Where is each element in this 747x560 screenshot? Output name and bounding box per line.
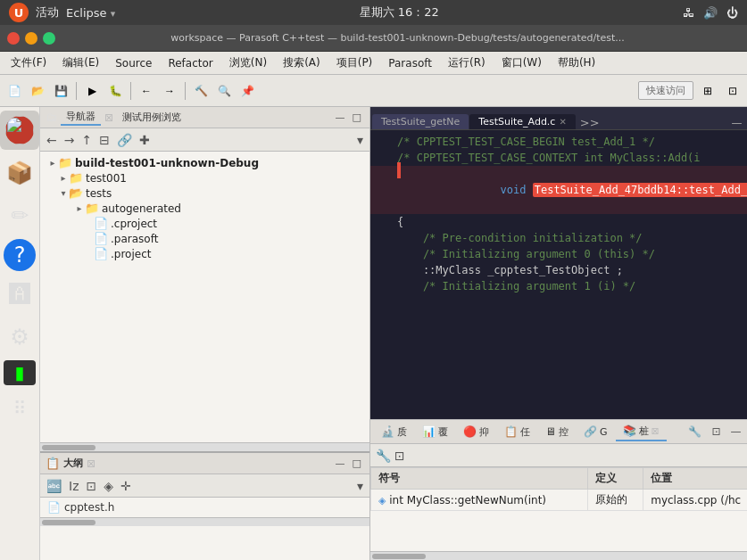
sidebar-files-icon[interactable]: 📦	[0, 153, 39, 193]
toolbar-open[interactable]: 📂	[27, 80, 48, 102]
stub-close-icon[interactable]: ⊠	[652, 425, 660, 437]
outline-sort-btn[interactable]: 🔤	[44, 478, 64, 494]
window-controls[interactable]	[7, 32, 55, 45]
toggle-autogenerated[interactable]: ▸	[74, 203, 85, 213]
toolbar-new[interactable]: 📄	[4, 80, 25, 102]
outline-alpha-btn[interactable]: Ⅰz	[66, 478, 81, 494]
close-button[interactable]	[7, 32, 20, 45]
activities-button[interactable]: 活动	[36, 4, 59, 21]
toolbar-debug[interactable]: 🐛	[104, 80, 126, 102]
sidebar-settings-icon[interactable]: ⚙️	[0, 317, 39, 357]
toolbar-search[interactable]: 🔍	[213, 80, 235, 102]
maximize-button[interactable]	[43, 32, 55, 45]
more-tabs-btn[interactable]: >>	[577, 116, 603, 129]
menu-search[interactable]: 搜索(A)	[276, 54, 328, 72]
outline-maximize-btn[interactable]: □	[350, 457, 364, 469]
menu-window[interactable]: 窗口(W)	[494, 54, 549, 72]
editor-area: TestSuite_getNe TestSuite_Add.c ✕ >> — □	[370, 107, 747, 419]
nav-scrollbar-h[interactable]	[40, 442, 369, 451]
outline-hide-btn[interactable]: ⊡	[83, 478, 99, 494]
code-editor[interactable]: /* CPPTEST_TEST_CASE_BEGIN test_Add_1 */…	[370, 130, 747, 419]
tab-g[interactable]: 🔗 G	[577, 424, 615, 440]
sidebar-amazon-icon[interactable]: 🅰	[0, 275, 39, 314]
bottom-minimize-btn[interactable]: —	[726, 425, 744, 438]
table-scroll-thumb[interactable]	[372, 554, 426, 559]
tab-close-add[interactable]: ✕	[559, 117, 566, 127]
stub-toolbar-btn2[interactable]: ⊡	[394, 449, 405, 463]
new-btn[interactable]: ✚	[137, 132, 153, 148]
toolbar-forward[interactable]: →	[159, 80, 180, 102]
sidebar-help-icon[interactable]: ?	[4, 239, 36, 271]
col-definition: 定义	[587, 468, 643, 490]
toggle-build[interactable]: ▸	[47, 158, 58, 168]
toolbar-save[interactable]: 💾	[50, 80, 71, 102]
tree-label-autogenerated: autogenerated	[102, 202, 181, 215]
nav-scroll-thumb[interactable]	[42, 445, 95, 450]
outline-file-item[interactable]: 📄 cpptest.h	[40, 498, 369, 517]
maximize-panel-btn[interactable]: □	[350, 111, 364, 123]
collapse-btn[interactable]: ⊟	[96, 132, 112, 148]
code-line-1: /* CPPTEST_TEST_CASE_BEGIN test_Add_1 */	[370, 134, 747, 150]
tree-item-parasoft[interactable]: 📄 .parasoft	[40, 231, 369, 246]
menu-project[interactable]: 项目(P)	[329, 54, 380, 72]
tree-item-autogenerated[interactable]: ▸ 📁 autogenerated	[40, 201, 369, 216]
toolbar-perspective[interactable]: ⊞	[697, 80, 718, 102]
sidebar-grid-icon[interactable]: ⠿	[0, 389, 39, 428]
sidebar-edit-icon[interactable]: ✏️	[0, 196, 39, 235]
menu-run[interactable]: 运行(R)	[441, 54, 493, 72]
toolbar-build[interactable]: 🔨	[190, 80, 212, 102]
menu-navigate[interactable]: 浏览(N)	[222, 54, 274, 72]
tab-suppress[interactable]: 🔴 抑	[456, 424, 496, 441]
editor-tab-getnewnum[interactable]: TestSuite_getNe	[372, 114, 469, 129]
menu-help[interactable]: 帮助(H)	[551, 54, 602, 72]
bottom-toolbar-btn[interactable]: 🔧	[685, 425, 705, 438]
outline-scroll-thumb[interactable]	[42, 520, 95, 525]
toolbar-view[interactable]: ⊡	[722, 80, 743, 102]
bottom-view-btn[interactable]: ⊡	[708, 425, 724, 438]
outline-link-btn[interactable]: ✛	[118, 478, 134, 494]
line-content-2: /* CPPTEST_TEST_CASE_CONTEXT int MyClass…	[397, 150, 701, 166]
toolbar-back[interactable]: ←	[136, 80, 157, 102]
editor-tab-add[interactable]: TestSuite_Add.c ✕	[469, 114, 575, 129]
outline-close-icon[interactable]: ⊠	[87, 457, 95, 470]
tab-console[interactable]: 🖥 控	[538, 424, 576, 441]
tab-coverage[interactable]: 📊 覆	[415, 424, 455, 441]
link-btn[interactable]: 🔗	[114, 132, 135, 148]
toggle-tests[interactable]: ▾	[58, 188, 69, 198]
tab-task[interactable]: 📋 任	[497, 424, 537, 441]
toolbar-pin[interactable]: 📌	[237, 80, 258, 102]
up-btn[interactable]: ↑	[79, 132, 95, 148]
minimize-button[interactable]	[25, 32, 37, 45]
tab-stub[interactable]: 📚 桩 ⊠	[616, 423, 667, 441]
tree-item-build[interactable]: ▸ 📁 build-test001-unknown-Debug	[40, 155, 369, 170]
editor-minimize-btn[interactable]: —	[727, 117, 745, 129]
tree-item-cproject[interactable]: 📄 .cproject	[40, 216, 369, 231]
sidebar-home-icon[interactable]	[0, 111, 39, 150]
toggle-test001[interactable]: ▸	[58, 173, 69, 183]
tab-quality[interactable]: 🔬 质	[374, 424, 414, 441]
menu-refactor[interactable]: Refactor	[161, 55, 220, 71]
table-scrollbar-h[interactable]	[370, 551, 747, 560]
outline-scrollbar[interactable]	[40, 517, 369, 526]
forward-btn[interactable]: →	[62, 132, 78, 148]
toolbar-run[interactable]: ▶	[81, 80, 103, 102]
menu-source[interactable]: Source	[108, 55, 159, 71]
menu-parasoft[interactable]: Parasoft	[381, 55, 439, 71]
view-menu-btn[interactable]: ▾	[354, 132, 366, 148]
outline-fields-btn[interactable]: ◈	[101, 478, 116, 494]
tree-item-tests[interactable]: ▾ 📂 tests	[40, 185, 369, 201]
navigator-tab[interactable]: 导航器	[61, 109, 101, 126]
tree-item-project[interactable]: 📄 .project	[40, 246, 369, 261]
outline-minimize-btn[interactable]: —	[333, 457, 348, 469]
table-row[interactable]: ◈ int MyClass::getNewNum(int) 原始的 myclas…	[371, 490, 748, 511]
menu-edit[interactable]: 编辑(E)	[55, 54, 106, 72]
quick-access-field[interactable]: 快速访问	[638, 81, 693, 100]
sidebar-terminal-icon[interactable]: ▮	[4, 360, 36, 385]
testcase-tab[interactable]: 测试用例浏览	[117, 110, 187, 125]
back-btn[interactable]: ←	[44, 132, 60, 148]
stub-toolbar-btn1[interactable]: 🔧	[376, 449, 391, 463]
minimize-panel-btn[interactable]: —	[333, 111, 348, 123]
menu-file[interactable]: 文件(F)	[4, 54, 54, 72]
outline-menu-btn[interactable]: ▾	[354, 478, 366, 494]
tree-item-test001[interactable]: ▸ 📁 test001	[40, 170, 369, 185]
